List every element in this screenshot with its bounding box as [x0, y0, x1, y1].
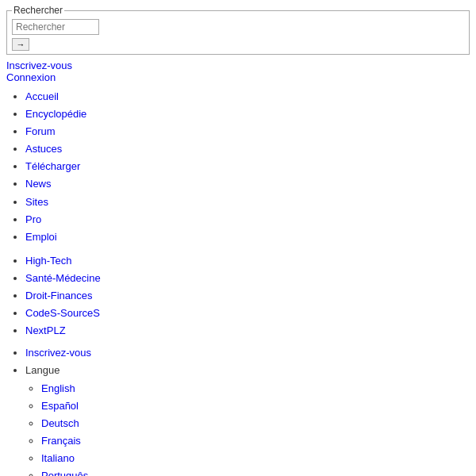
language-link[interactable]: Español	[41, 400, 79, 412]
main-nav: AccueilEncyclopédieForumAstucesTélécharg…	[13, 88, 470, 246]
list-item: Français	[41, 432, 470, 450]
language-link[interactable]: Français	[41, 435, 81, 447]
list-item: Droit-Finances	[25, 287, 470, 305]
top-links: Inscrivez-vous Connexion	[6, 60, 470, 83]
secondary-nav-list: High-TechSanté-MédecineDroit-FinancesCod…	[13, 252, 470, 340]
top-search-legend: Rechercher	[12, 5, 64, 16]
inscrivez-vous-top-link[interactable]: Inscrivez-vous	[6, 60, 72, 71]
main-nav-link[interactable]: Encyclopédie	[25, 108, 86, 120]
main-nav-link[interactable]: Accueil	[25, 90, 59, 102]
main-nav-link[interactable]: News	[25, 178, 52, 190]
list-item: Português	[41, 467, 470, 476]
list-item: Deutsch	[41, 415, 470, 432]
main-nav-link[interactable]: Télécharger	[25, 160, 80, 172]
list-item: Accueil	[25, 88, 470, 106]
secondary-nav: High-TechSanté-MédecineDroit-FinancesCod…	[13, 252, 470, 340]
search-input[interactable]	[12, 19, 99, 35]
inscrivez-vous-nav-link[interactable]: Inscrivez-vous	[25, 347, 91, 359]
langue-section: Inscrivez-vous Langue EnglishEspañolDeut…	[13, 344, 470, 476]
language-link[interactable]: Português	[41, 470, 88, 476]
list-item: NextPLZ	[25, 322, 470, 340]
secondary-nav-link[interactable]: High-Tech	[25, 255, 72, 267]
list-item: News	[25, 175, 470, 193]
list-item: Encyclopédie	[25, 106, 470, 123]
search-button[interactable]: →	[12, 38, 29, 51]
list-item: Emploi	[25, 228, 470, 246]
secondary-nav-link[interactable]: NextPLZ	[25, 324, 66, 336]
list-item: Santé-Médecine	[25, 270, 470, 287]
secondary-nav-link[interactable]: CodeS-SourceS	[25, 307, 100, 319]
langue-top-list: Inscrivez-vous Langue EnglishEspañolDeut…	[13, 344, 470, 476]
list-item: Forum	[25, 123, 470, 140]
secondary-nav-link[interactable]: Santé-Médecine	[25, 272, 101, 284]
language-link[interactable]: Deutsch	[41, 417, 79, 429]
list-item: Italiano	[41, 450, 470, 467]
language-link[interactable]: English	[41, 382, 75, 394]
top-search-fieldset: Rechercher →	[6, 5, 470, 55]
list-item: Télécharger	[25, 158, 470, 175]
secondary-nav-link[interactable]: Droit-Finances	[25, 290, 93, 301]
language-list: EnglishEspañolDeutschFrançaisItalianoPor…	[25, 380, 470, 477]
list-item: English	[41, 380, 470, 397]
main-nav-link[interactable]: Sites	[25, 196, 48, 208]
list-item: High-Tech	[25, 252, 470, 270]
main-nav-link[interactable]: Emploi	[25, 231, 57, 243]
list-item: Astuces	[25, 140, 470, 158]
connexion-top-link[interactable]: Connexion	[6, 71, 56, 83]
list-item: CodeS-SourceS	[25, 305, 470, 322]
main-nav-link[interactable]: Pro	[25, 213, 41, 225]
list-item: Español	[41, 397, 470, 415]
main-nav-link[interactable]: Forum	[25, 125, 56, 137]
language-link[interactable]: Italiano	[41, 452, 75, 464]
main-nav-link[interactable]: Astuces	[25, 143, 62, 155]
list-item: Sites	[25, 194, 470, 211]
list-item: Pro	[25, 211, 470, 228]
langue-label: Langue	[25, 364, 60, 376]
main-nav-list: AccueilEncyclopédieForumAstucesTélécharg…	[13, 88, 470, 246]
